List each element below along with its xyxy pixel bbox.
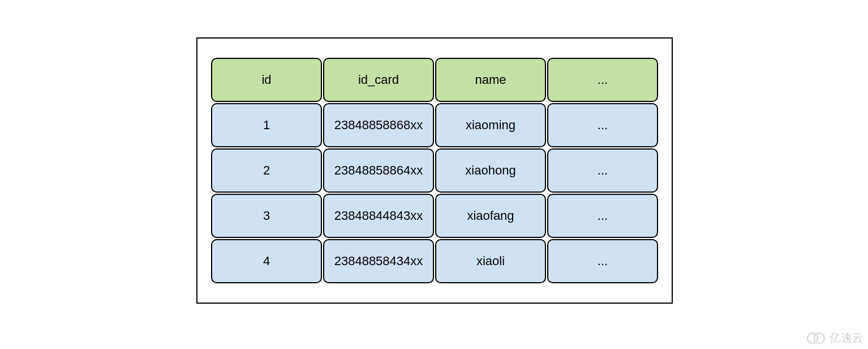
table-cell: 3 — [211, 194, 322, 238]
header-name: name — [435, 58, 546, 102]
table-cell: xiaofang — [435, 194, 546, 238]
table-cell: ... — [547, 239, 658, 283]
table-cell: 2 — [211, 148, 322, 193]
table-cell: ... — [547, 148, 658, 193]
watermark-text: 亿速云 — [830, 330, 863, 346]
table-cell: xiaoming — [435, 103, 546, 147]
table-cell: 23848858864xx — [323, 148, 434, 193]
table-cell: xiaoli — [435, 239, 546, 283]
table-cell: 23848858868xx — [323, 103, 434, 147]
watermark-logo-icon — [807, 331, 826, 345]
header-id-card: id_card — [323, 58, 434, 102]
table-cell: xiaohong — [435, 148, 546, 193]
header-id: id — [211, 58, 322, 102]
diagram-frame: id id_card name ... 1 23848858868xx xiao… — [196, 37, 673, 304]
table-cell: 4 — [211, 239, 322, 283]
table-cell: ... — [547, 194, 658, 238]
table-cell: ... — [547, 103, 658, 147]
table-cell: 23848858434xx — [323, 239, 434, 283]
table-cell: 23848844843xx — [323, 194, 434, 238]
database-table: id id_card name ... 1 23848858868xx xiao… — [211, 58, 658, 283]
watermark: 亿速云 — [807, 330, 863, 346]
table-cell: 1 — [211, 103, 322, 147]
header-more: ... — [547, 58, 658, 102]
